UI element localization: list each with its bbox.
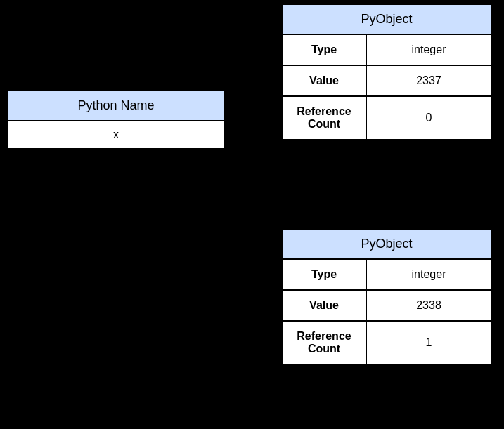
pyobject2-type-value: integer xyxy=(366,259,491,290)
pyobject2-title: PyObject xyxy=(282,229,491,259)
pyobject2-refcount-label: Reference Count xyxy=(282,321,366,364)
pyobject2-value-label: Value xyxy=(282,290,366,321)
pyobject1-value-label: Value xyxy=(282,65,366,96)
pyobject1-type-value: integer xyxy=(366,34,491,65)
pyobject2-refcount-value: 1 xyxy=(366,321,491,364)
python-name-header: Python Name xyxy=(8,91,224,121)
python-name-table: Python Name x xyxy=(7,90,225,150)
pyobject1-refcount-value: 0 xyxy=(366,96,491,140)
pyobject1-refcount-label: Reference Count xyxy=(282,96,366,140)
pyobject1-type-label: Type xyxy=(282,34,366,65)
pyobject-table-2: PyObject Type integer Value 2338 Referen… xyxy=(281,228,492,365)
pyobject1-title: PyObject xyxy=(282,4,491,34)
pyobject1-value-value: 2337 xyxy=(366,65,491,96)
python-name-value: x xyxy=(8,121,224,149)
pyobject2-type-label: Type xyxy=(282,259,366,290)
pyobject2-value-value: 2338 xyxy=(366,290,491,321)
pyobject-table-1: PyObject Type integer Value 2337 Referen… xyxy=(281,4,492,140)
